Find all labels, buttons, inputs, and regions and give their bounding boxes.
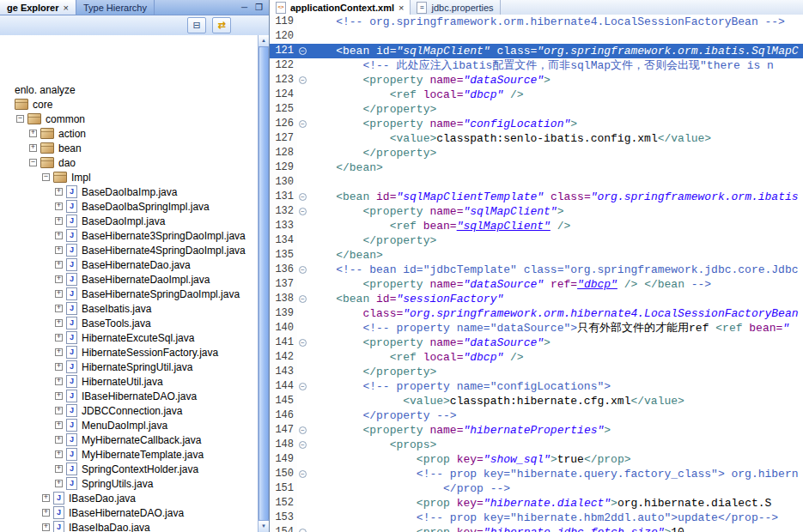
expand-icon[interactable]: + xyxy=(55,465,63,473)
expand-icon[interactable]: + xyxy=(55,246,63,254)
code-line[interactable]: 148− <props> xyxy=(270,438,803,452)
tree-item[interactable]: +BaseHibernate3SpringDaoImpl.java xyxy=(0,228,258,243)
expand-icon[interactable]: + xyxy=(55,203,63,210)
code-line[interactable]: 152 <prop key="hibernate.dialect">org.hi… xyxy=(270,496,803,511)
expand-icon[interactable]: + xyxy=(55,319,63,327)
expand-icon[interactable]: + xyxy=(55,450,63,458)
code-line[interactable]: 137 <property name="dataSource" ref="dbc… xyxy=(270,277,803,292)
code-line[interactable]: 125 </property> xyxy=(270,102,803,117)
tree-item[interactable]: +BaseHibernate4SpringDaoImpl.java xyxy=(0,243,258,257)
code-line[interactable]: 145 <value>classpath:hibernate.cfg.xml</… xyxy=(270,394,803,408)
tree-item[interactable]: +action xyxy=(0,126,258,141)
editor-tab-applicationcontext-xml[interactable]: applicationContext.xml × xyxy=(270,0,411,15)
code-line[interactable]: 147− <property name="hibernateProperties… xyxy=(270,423,803,438)
tree-item[interactable]: +BaseHibernateDao.java xyxy=(0,257,258,272)
tree-item[interactable]: +BaseDaoImpl.java xyxy=(0,214,258,228)
expand-icon[interactable]: + xyxy=(55,407,63,414)
tree-item[interactable]: +BaseDaoIbaImp.java xyxy=(0,184,258,199)
link-with-editor-button[interactable]: ⇄ xyxy=(212,17,231,33)
code-line[interactable]: 127 <value>classpath:senlo-ibatis.config… xyxy=(270,131,803,146)
tree-item[interactable]: −Impl xyxy=(0,170,258,184)
code-line[interactable]: 126− <property name="configLocation"> xyxy=(270,117,803,131)
collapse-icon[interactable]: − xyxy=(42,173,50,181)
code-line[interactable]: 122 <!-- 此处应注入ibatis配置文件，而非sqlMap文件，否则会出… xyxy=(270,58,803,73)
scrollbar-thumb[interactable] xyxy=(259,46,269,521)
expand-icon[interactable]: + xyxy=(55,275,63,283)
tree-item[interactable]: +IBaseHibernateDAO.java xyxy=(0,505,258,520)
tree-item[interactable]: +MyHibernateTemplate.java xyxy=(0,447,258,462)
collapse-all-button[interactable]: ⊟ xyxy=(187,17,206,33)
expand-icon[interactable]: + xyxy=(42,509,50,517)
code-line[interactable]: 130 xyxy=(270,175,803,190)
expand-icon[interactable]: + xyxy=(55,480,63,487)
fold-collapse-icon[interactable]: − xyxy=(299,120,307,128)
tree-item[interactable]: +BaseHibernateSpringDaoImpl.java xyxy=(0,287,258,301)
tree-item[interactable]: +BaseDaoIbaSpringImpl.java xyxy=(0,199,258,214)
tree-scrollbar[interactable]: ▲ ▼ xyxy=(258,35,269,532)
tree-item[interactable]: +IBaseIbaDao.java xyxy=(0,520,258,532)
tree-item[interactable]: +MenuDaoImpl.java xyxy=(0,418,258,432)
fold-collapse-icon[interactable]: − xyxy=(299,266,307,274)
tree-item[interactable]: −common xyxy=(0,112,258,126)
code-line[interactable]: 135 </bean> xyxy=(270,248,803,263)
code-line[interactable]: 131− <bean id="sqlMapClientTemplate" cla… xyxy=(270,190,803,204)
tree-item[interactable]: +SpringUtils.java xyxy=(0,476,258,491)
expand-icon[interactable]: + xyxy=(55,305,63,312)
expand-icon[interactable]: + xyxy=(55,348,63,356)
code-line[interactable]: 151 </prop --> xyxy=(270,481,803,496)
fold-collapse-icon[interactable]: − xyxy=(299,208,307,215)
expand-icon[interactable]: + xyxy=(29,144,37,152)
tab-type-hierarchy[interactable]: Type Hierarchy xyxy=(76,0,155,15)
tree-item[interactable]: +MyHibernateCallback.java xyxy=(0,432,258,447)
expand-icon[interactable]: + xyxy=(42,494,50,502)
tree-item[interactable]: +BaseTools.java xyxy=(0,316,258,330)
expand-icon[interactable]: + xyxy=(55,392,63,400)
tree-item[interactable]: +HibernateUtil.java xyxy=(0,374,258,389)
code-line[interactable]: 150− <!-- prop key="hibernate.query.fact… xyxy=(270,467,803,481)
tree-item[interactable]: +BaseIbatis.java xyxy=(0,301,258,316)
fold-collapse-icon[interactable]: − xyxy=(299,426,307,434)
minimize-view-button[interactable]: ─ xyxy=(239,2,250,14)
tab-package-explorer[interactable]: ge Explorer × xyxy=(0,0,76,15)
maximize-view-button[interactable]: ❐ xyxy=(252,2,265,14)
code-line[interactable]: 128 </property> xyxy=(270,146,803,160)
tree-item[interactable]: core xyxy=(0,97,258,112)
collapse-icon[interactable]: − xyxy=(16,115,24,123)
tree-item[interactable]: +BaseHibernateDaoImpl.java xyxy=(0,272,258,287)
code-line[interactable]: 144− <!-- property name="configLocations… xyxy=(270,379,803,394)
close-icon[interactable]: × xyxy=(64,3,69,12)
code-line[interactable]: 140 <!-- property name="dataSource">只有外部… xyxy=(270,321,803,336)
scroll-down-button[interactable]: ▼ xyxy=(259,520,269,532)
code-line[interactable]: 138− <bean id="sessionFactory" xyxy=(270,292,803,306)
code-line[interactable]: 143 </property> xyxy=(270,365,803,379)
code-line[interactable]: 154− <prop key="hibernate.jdbc.fetch_siz… xyxy=(270,525,803,532)
code-line[interactable]: 129 </bean> xyxy=(270,160,803,175)
expand-icon[interactable]: + xyxy=(55,232,63,239)
scroll-up-button[interactable]: ▲ xyxy=(259,35,269,47)
expand-icon[interactable]: + xyxy=(42,523,50,531)
code-line[interactable]: 141− <property name="dataSource"> xyxy=(270,336,803,350)
code-line[interactable]: 133 <ref bean="sqlMapClient" /> xyxy=(270,219,803,233)
code-line[interactable]: 149 <prop key="show_sql">true</prop> xyxy=(270,452,803,467)
editor-tab-jdbc-properties[interactable]: jdbc.properties xyxy=(411,0,500,15)
code-line[interactable]: 120 xyxy=(270,29,803,44)
tree-item[interactable]: +IBaseHibernateDAO.java xyxy=(0,389,258,403)
tree-item[interactable]: enlo. analyze xyxy=(0,82,258,97)
fold-collapse-icon[interactable]: − xyxy=(299,441,307,449)
code-line[interactable]: 124 <ref local="dbcp" /> xyxy=(270,88,803,102)
expand-icon[interactable]: + xyxy=(55,261,63,269)
tree-item[interactable]: +HibernateSessionFactory.java xyxy=(0,345,258,360)
fold-collapse-icon[interactable]: − xyxy=(299,76,307,84)
expand-icon[interactable]: + xyxy=(55,436,63,444)
code-area[interactable]: 119 <!-- org.springframework.orm.hiberna… xyxy=(270,15,803,532)
fold-collapse-icon[interactable]: − xyxy=(299,295,307,303)
close-icon[interactable]: × xyxy=(398,3,404,12)
code-line[interactable]: 121− <bean id="sqlMapClient" class="org.… xyxy=(270,44,803,58)
expand-icon[interactable]: + xyxy=(55,378,63,385)
tree-item[interactable]: +IBaseDao.java xyxy=(0,491,258,505)
expand-icon[interactable]: + xyxy=(55,188,63,196)
expand-icon[interactable]: + xyxy=(55,421,63,429)
expand-icon[interactable]: + xyxy=(55,363,63,371)
code-line[interactable]: 132− <property name="sqlMapClient"> xyxy=(270,204,803,219)
tree-item[interactable]: +SpringContextHolder.java xyxy=(0,462,258,476)
